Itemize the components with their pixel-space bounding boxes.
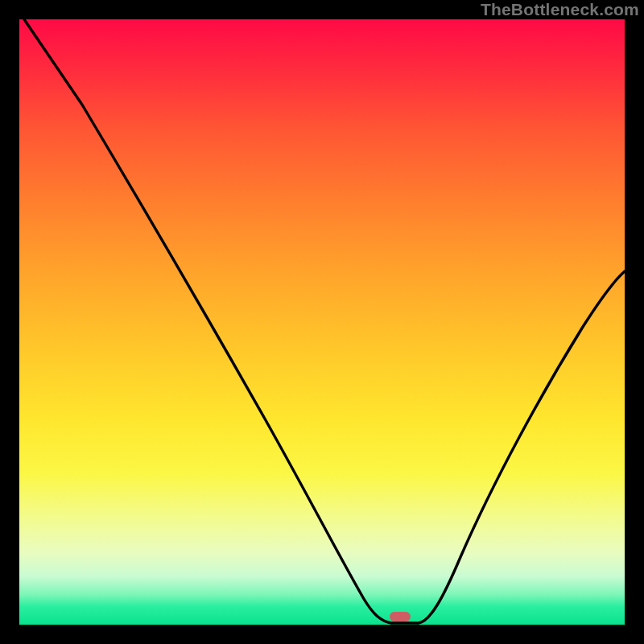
optimal-marker: [390, 612, 411, 621]
curve-svg: [19, 19, 625, 625]
plot-area: [19, 19, 625, 625]
chart-container: TheBottleneck.com: [0, 0, 644, 644]
watermark-text: TheBottleneck.com: [481, 0, 639, 19]
bottleneck-curve-path: [24, 19, 625, 623]
